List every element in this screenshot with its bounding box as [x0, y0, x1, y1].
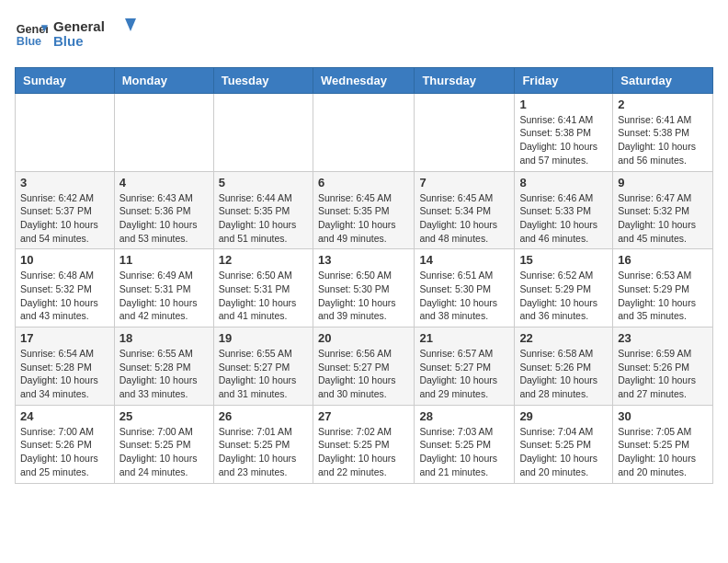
calendar-cell — [313, 93, 414, 171]
day-info: Sunrise: 6:44 AM Sunset: 5:35 PM Dayligh… — [219, 191, 308, 246]
day-number: 19 — [219, 331, 308, 345]
calendar-cell — [213, 93, 313, 171]
day-info: Sunrise: 6:59 AM Sunset: 5:26 PM Dayligh… — [618, 347, 708, 401]
day-number: 15 — [519, 253, 608, 267]
day-number: 4 — [119, 176, 209, 190]
day-number: 27 — [318, 409, 409, 423]
calendar-cell: 9Sunrise: 6:47 AM Sunset: 5:32 PM Daylig… — [613, 171, 713, 249]
day-number: 5 — [219, 176, 308, 190]
calendar-cell: 16Sunrise: 6:53 AM Sunset: 5:29 PM Dayli… — [613, 249, 713, 327]
calendar-cell: 20Sunrise: 6:56 AM Sunset: 5:27 PM Dayli… — [313, 327, 414, 406]
svg-text:Blue: Blue — [53, 33, 84, 49]
day-number: 12 — [219, 253, 308, 267]
calendar-cell: 10Sunrise: 6:48 AM Sunset: 5:32 PM Dayli… — [16, 249, 115, 327]
day-info: Sunrise: 7:00 AM Sunset: 5:26 PM Dayligh… — [20, 425, 109, 479]
weekday-header-row: SundayMondayTuesdayWednesdayThursdayFrid… — [16, 67, 713, 93]
day-info: Sunrise: 7:04 AM Sunset: 5:25 PM Dayligh… — [519, 425, 608, 479]
day-info: Sunrise: 6:45 AM Sunset: 5:34 PM Dayligh… — [419, 191, 509, 246]
day-number: 21 — [419, 331, 509, 345]
day-number: 20 — [318, 331, 409, 345]
calendar-cell: 6Sunrise: 6:45 AM Sunset: 5:35 PM Daylig… — [313, 171, 414, 249]
day-info: Sunrise: 6:46 AM Sunset: 5:33 PM Dayligh… — [519, 191, 608, 246]
calendar-cell: 13Sunrise: 6:50 AM Sunset: 5:30 PM Dayli… — [313, 249, 414, 327]
day-number: 24 — [20, 409, 109, 423]
svg-text:General: General — [53, 18, 105, 34]
week-row-3: 10Sunrise: 6:48 AM Sunset: 5:32 PM Dayli… — [16, 249, 713, 327]
day-info: Sunrise: 6:55 AM Sunset: 5:27 PM Dayligh… — [219, 347, 308, 401]
calendar-cell: 14Sunrise: 6:51 AM Sunset: 5:30 PM Dayli… — [415, 249, 515, 327]
calendar-cell — [114, 93, 213, 171]
calendar-cell: 1Sunrise: 6:41 AM Sunset: 5:38 PM Daylig… — [515, 93, 613, 171]
day-info: Sunrise: 6:53 AM Sunset: 5:29 PM Dayligh… — [618, 269, 708, 323]
day-info: Sunrise: 7:02 AM Sunset: 5:25 PM Dayligh… — [318, 425, 409, 479]
day-number: 17 — [20, 331, 109, 345]
calendar-table: SundayMondayTuesdayWednesdayThursdayFrid… — [15, 67, 713, 484]
day-number: 18 — [119, 331, 209, 345]
calendar-cell: 25Sunrise: 7:00 AM Sunset: 5:25 PM Dayli… — [114, 405, 213, 483]
day-number: 11 — [119, 253, 209, 267]
calendar-cell — [415, 93, 515, 171]
day-number: 10 — [20, 253, 109, 267]
day-number: 22 — [519, 331, 608, 345]
day-number: 25 — [119, 409, 209, 423]
calendar-cell: 27Sunrise: 7:02 AM Sunset: 5:25 PM Dayli… — [313, 405, 414, 483]
calendar-cell: 23Sunrise: 6:59 AM Sunset: 5:26 PM Dayli… — [613, 327, 713, 406]
day-info: Sunrise: 7:00 AM Sunset: 5:25 PM Dayligh… — [119, 425, 209, 479]
day-number: 3 — [20, 176, 109, 190]
week-row-2: 3Sunrise: 6:42 AM Sunset: 5:37 PM Daylig… — [16, 171, 713, 249]
day-info: Sunrise: 6:47 AM Sunset: 5:32 PM Dayligh… — [618, 191, 708, 246]
svg-text:Blue: Blue — [17, 35, 41, 48]
day-info: Sunrise: 7:05 AM Sunset: 5:25 PM Dayligh… — [618, 425, 708, 479]
calendar-cell: 24Sunrise: 7:00 AM Sunset: 5:26 PM Dayli… — [16, 405, 115, 483]
weekday-header-monday: Monday — [114, 67, 213, 93]
day-info: Sunrise: 6:50 AM Sunset: 5:30 PM Dayligh… — [318, 269, 409, 323]
day-number: 16 — [618, 253, 708, 267]
day-number: 30 — [618, 409, 708, 423]
calendar-cell: 5Sunrise: 6:44 AM Sunset: 5:35 PM Daylig… — [213, 171, 313, 249]
calendar-cell: 4Sunrise: 6:43 AM Sunset: 5:36 PM Daylig… — [114, 171, 213, 249]
weekday-header-friday: Friday — [515, 67, 613, 93]
day-info: Sunrise: 6:57 AM Sunset: 5:27 PM Dayligh… — [419, 347, 509, 401]
logo: General Blue General Blue — [15, 15, 136, 56]
day-info: Sunrise: 6:49 AM Sunset: 5:31 PM Dayligh… — [119, 269, 209, 323]
calendar-cell: 2Sunrise: 6:41 AM Sunset: 5:38 PM Daylig… — [613, 93, 713, 171]
calendar-cell: 12Sunrise: 6:50 AM Sunset: 5:31 PM Dayli… — [213, 249, 313, 327]
calendar-cell: 8Sunrise: 6:46 AM Sunset: 5:33 PM Daylig… — [515, 171, 613, 249]
calendar-cell: 28Sunrise: 7:03 AM Sunset: 5:25 PM Dayli… — [415, 405, 515, 483]
day-number: 1 — [519, 98, 608, 111]
calendar-cell: 21Sunrise: 6:57 AM Sunset: 5:27 PM Dayli… — [415, 327, 515, 406]
calendar-cell: 15Sunrise: 6:52 AM Sunset: 5:29 PM Dayli… — [515, 249, 613, 327]
calendar-cell: 29Sunrise: 7:04 AM Sunset: 5:25 PM Dayli… — [515, 405, 613, 483]
day-number: 28 — [419, 409, 509, 423]
calendar-cell: 22Sunrise: 6:58 AM Sunset: 5:26 PM Dayli… — [515, 327, 613, 406]
day-number: 7 — [419, 176, 509, 190]
weekday-header-sunday: Sunday — [16, 67, 115, 93]
calendar-cell: 17Sunrise: 6:54 AM Sunset: 5:28 PM Dayli… — [16, 327, 115, 406]
day-info: Sunrise: 6:45 AM Sunset: 5:35 PM Dayligh… — [318, 191, 409, 246]
svg-marker-5 — [125, 18, 136, 31]
calendar-cell: 7Sunrise: 6:45 AM Sunset: 5:34 PM Daylig… — [415, 171, 515, 249]
day-info: Sunrise: 7:03 AM Sunset: 5:25 PM Dayligh… — [419, 425, 509, 479]
day-info: Sunrise: 6:55 AM Sunset: 5:28 PM Dayligh… — [119, 347, 209, 401]
calendar-cell: 11Sunrise: 6:49 AM Sunset: 5:31 PM Dayli… — [114, 249, 213, 327]
weekday-header-tuesday: Tuesday — [213, 67, 313, 93]
day-number: 2 — [618, 98, 708, 111]
calendar-cell — [16, 93, 115, 171]
day-info: Sunrise: 6:58 AM Sunset: 5:26 PM Dayligh… — [519, 347, 608, 401]
week-row-5: 24Sunrise: 7:00 AM Sunset: 5:26 PM Dayli… — [16, 405, 713, 483]
day-number: 9 — [618, 176, 708, 190]
day-info: Sunrise: 7:01 AM Sunset: 5:25 PM Dayligh… — [219, 425, 308, 479]
weekday-header-wednesday: Wednesday — [313, 67, 414, 93]
day-number: 23 — [618, 331, 708, 345]
day-number: 14 — [419, 253, 509, 267]
day-info: Sunrise: 6:48 AM Sunset: 5:32 PM Dayligh… — [20, 269, 109, 323]
calendar-cell: 19Sunrise: 6:55 AM Sunset: 5:27 PM Dayli… — [213, 327, 313, 406]
page-header: General Blue General Blue — [15, 15, 713, 56]
day-info: Sunrise: 6:52 AM Sunset: 5:29 PM Dayligh… — [519, 269, 608, 323]
day-number: 6 — [318, 176, 409, 190]
logo-icon: General Blue — [15, 18, 48, 52]
week-row-4: 17Sunrise: 6:54 AM Sunset: 5:28 PM Dayli… — [16, 327, 713, 406]
day-info: Sunrise: 6:41 AM Sunset: 5:38 PM Dayligh… — [519, 113, 608, 167]
weekday-header-saturday: Saturday — [613, 67, 713, 93]
day-number: 29 — [519, 409, 608, 423]
